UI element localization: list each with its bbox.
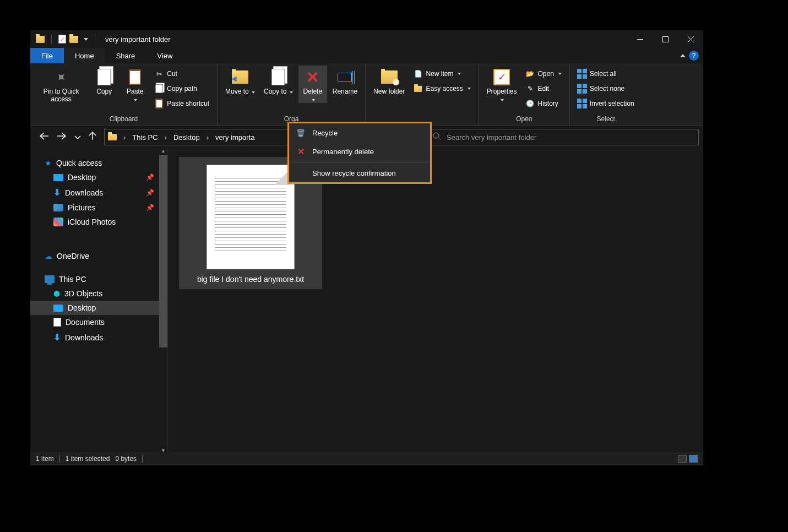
details-view-icon[interactable]: [678, 455, 687, 463]
rename-button[interactable]: Rename: [329, 66, 361, 95]
icloud-icon: [53, 218, 63, 226]
new-item-button[interactable]: 📄New item: [410, 67, 474, 81]
documents-icon: [53, 318, 61, 327]
paste-shortcut-icon: [155, 99, 164, 108]
new-item-icon: 📄: [414, 69, 422, 78]
scissors-icon: [155, 69, 164, 78]
minimize-button[interactable]: [627, 30, 653, 48]
dropdown-show-confirmation[interactable]: Show recycle confirmation: [289, 164, 430, 182]
content-pane: big file I don't need anymore.txt: [168, 148, 703, 453]
desktop-icon: [53, 305, 63, 312]
search-placeholder: Search very important folder: [447, 133, 536, 142]
select-none-icon: [578, 84, 586, 93]
select-all-button[interactable]: Select all: [574, 67, 638, 81]
invert-selection-button[interactable]: Invert selection: [574, 96, 638, 111]
status-bar: 1 item 1 item selected 0 bytes: [30, 452, 703, 465]
group-open-label: Open: [516, 114, 532, 124]
ribbon: ✦ Pin to Quick access Copy Paste Cut Cop…: [30, 63, 703, 126]
pc-icon: [45, 275, 55, 283]
new-folder-button[interactable]: New folder: [370, 66, 408, 95]
pin-icon: 📌: [146, 204, 154, 211]
easy-access-icon: [414, 84, 422, 93]
sidebar-downloads[interactable]: ⬇Downloads📌: [30, 184, 167, 200]
file-name-label: big file I don't need anymore.txt: [197, 275, 304, 284]
pin-icon: ✦: [52, 68, 70, 86]
svg-point-4: [433, 133, 439, 138]
scroll-thumb[interactable]: [159, 155, 167, 348]
star-icon: ★: [45, 159, 52, 167]
sidebar-documents[interactable]: Documents: [30, 315, 167, 329]
large-icons-view-icon[interactable]: [689, 455, 698, 463]
sidebar-quick-access[interactable]: ★Quick access: [30, 156, 167, 170]
scroll-up-icon[interactable]: ▲: [161, 148, 166, 154]
paste-shortcut-button[interactable]: Paste shortcut: [151, 96, 213, 111]
window-title: very important folder: [105, 35, 171, 44]
group-clipboard-label: Clipboard: [110, 114, 138, 124]
pin-quick-access-button[interactable]: ✦ Pin to Quick access: [35, 66, 88, 103]
edit-icon: ✎: [526, 84, 535, 93]
cube-icon: ⬢: [53, 289, 60, 298]
delete-x-icon: ✕: [306, 68, 319, 86]
group-select-label: Select: [597, 114, 615, 124]
select-none-button[interactable]: Select none: [574, 82, 638, 96]
search-icon: [433, 132, 441, 142]
tab-file[interactable]: File: [30, 48, 64, 63]
tab-view[interactable]: View: [146, 48, 183, 63]
text-file-icon: [206, 165, 295, 269]
sidebar-pictures[interactable]: Pictures📌: [30, 200, 167, 215]
history-button[interactable]: 🕑History: [523, 96, 565, 111]
sidebar-downloads-2[interactable]: ⬇Downloads: [30, 329, 167, 345]
rename-icon: [338, 73, 352, 82]
open-button[interactable]: 📂Open: [523, 67, 565, 81]
qat-dropdown-icon[interactable]: [84, 38, 88, 41]
breadcrumb-desktop[interactable]: Desktop: [173, 133, 200, 142]
breadcrumb-pc[interactable]: This PC: [132, 133, 157, 142]
move-to-button[interactable]: ◄ Move to: [222, 66, 258, 95]
copyto-icon: [271, 69, 285, 85]
sidebar-onedrive[interactable]: ☁OneDrive: [30, 249, 167, 263]
sidebar-3d-objects[interactable]: ⬢3D Objects: [30, 286, 167, 301]
copy-button[interactable]: Copy: [90, 66, 118, 95]
invert-icon: [578, 99, 586, 108]
search-input[interactable]: Search very important folder: [427, 129, 699, 145]
nav-up-button[interactable]: [89, 132, 96, 143]
address-folder-icon: [108, 134, 117, 140]
copy-to-button[interactable]: Copy to: [260, 66, 296, 95]
app-icon: [36, 36, 45, 43]
dropdown-permanently-delete[interactable]: ✕ Permanently delete: [289, 142, 430, 161]
collapse-ribbon-icon[interactable]: [680, 54, 686, 57]
select-all-icon: [578, 69, 586, 78]
help-icon[interactable]: ?: [689, 51, 699, 61]
qat-icon-2[interactable]: [69, 36, 78, 43]
tab-home[interactable]: Home: [64, 48, 105, 63]
sidebar-icloud[interactable]: iCloud Photos: [30, 215, 167, 229]
delete-x-icon: ✕: [296, 146, 306, 156]
edit-button[interactable]: ✎Edit: [523, 82, 565, 96]
nav-back-button[interactable]: [39, 132, 49, 142]
delete-dropdown-menu: 🗑️ Recycle ✕ Permanently delete Show rec…: [287, 122, 432, 184]
nav-forward-button[interactable]: [57, 132, 67, 142]
maximize-button[interactable]: [653, 30, 678, 48]
qat-icon-1[interactable]: ✓: [58, 35, 66, 44]
copy-path-button[interactable]: Copy path: [151, 82, 213, 96]
paste-button[interactable]: Paste: [121, 66, 149, 103]
nav-recent-button[interactable]: [74, 132, 81, 142]
properties-button[interactable]: ✓ Properties: [483, 66, 520, 103]
close-button[interactable]: [678, 30, 703, 48]
delete-button[interactable]: ✕ Delete: [298, 66, 327, 103]
view-mode-toggle[interactable]: [678, 455, 698, 463]
breadcrumb-folder[interactable]: very importa: [215, 133, 255, 142]
dropdown-recycle[interactable]: 🗑️ Recycle: [289, 123, 430, 142]
pin-icon: 📌: [146, 173, 154, 181]
copy-icon: [97, 69, 111, 85]
tab-share[interactable]: Share: [105, 48, 146, 63]
sidebar-desktop-2[interactable]: Desktop: [30, 301, 167, 315]
sidebar-this-pc[interactable]: This PC: [30, 272, 167, 286]
properties-icon: ✓: [493, 69, 510, 85]
sidebar-desktop[interactable]: Desktop📌: [30, 170, 167, 184]
downloads-icon: ⬇: [53, 332, 61, 343]
easy-access-button[interactable]: Easy access: [410, 82, 474, 96]
sidebar-scrollbar[interactable]: ▲ ▼: [159, 148, 167, 453]
cut-button[interactable]: Cut: [151, 67, 213, 81]
desktop-icon: [53, 174, 63, 181]
